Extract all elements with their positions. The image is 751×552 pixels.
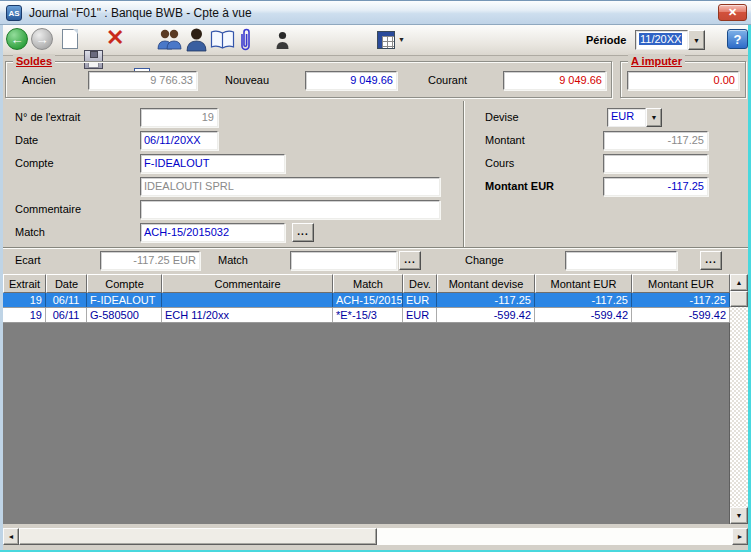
table-header: Extrait Date Compte Commentaire Match De… (3, 274, 730, 293)
person-small-icon (275, 31, 290, 50)
column-header-dev[interactable]: Dev. (403, 274, 437, 293)
cours-field[interactable] (603, 154, 708, 173)
courant-field: 9 049.66 (503, 71, 606, 90)
column-header-compte[interactable]: Compte (87, 274, 162, 293)
window-title: Journal "F01" : Banque BWB - Cpte à vue (29, 6, 252, 20)
a-imputer-title: A imputer (628, 54, 685, 68)
delete-x-icon: ✕ (106, 25, 124, 50)
cell-dev: EUR (403, 308, 437, 322)
delete-button[interactable]: ✕ (106, 27, 124, 49)
new-document-button[interactable] (62, 29, 78, 49)
column-header-commentaire[interactable]: Commentaire (162, 274, 333, 293)
cell-compte: G-580500 (87, 308, 162, 322)
scroll-down-button[interactable]: ▼ (730, 507, 748, 524)
compte-field[interactable]: F-IDEALOUT (140, 154, 285, 173)
ledger-grid-dropdown[interactable]: ▼ (398, 31, 405, 49)
ecart-match-field[interactable] (290, 251, 397, 270)
arrow-up-icon: ▲ (736, 279, 743, 286)
column-header-date[interactable]: Date (46, 274, 87, 293)
change-label: Change (465, 254, 504, 266)
match-browse-button[interactable]: ... (292, 223, 314, 242)
montant-eur-label: Montant EUR (485, 180, 554, 192)
clients-button[interactable] (156, 28, 183, 51)
ancien-field: 9 766.33 (88, 71, 197, 90)
match-field[interactable]: ACH-15/2015032 (140, 223, 285, 242)
chevron-down-icon: ▼ (651, 114, 658, 121)
montant-label: Montant (485, 134, 525, 146)
open-book-icon (210, 30, 235, 50)
match-label: Match (15, 226, 45, 238)
table-row-selected[interactable]: 19 06/11 F-IDEALOUT ACH-15/2015032 EUR -… (3, 293, 730, 308)
devise-label: Devise (485, 111, 519, 123)
back-button[interactable]: ← (6, 28, 28, 50)
ellipsis-icon: ... (705, 255, 716, 265)
nouveau-field[interactable]: 9 049.66 (305, 71, 397, 90)
change-browse-button[interactable]: ... (700, 251, 722, 270)
arrow-left-icon: ◄ (8, 533, 15, 540)
table-empty-area (3, 323, 730, 524)
contact-button[interactable] (275, 31, 290, 50)
cell-montant-eur: -599.42 (535, 308, 632, 322)
compte-label: Compte (15, 157, 54, 169)
table-horizontal-scrollbar[interactable]: ◄ ► (3, 528, 748, 545)
devise-value[interactable]: EUR (607, 108, 646, 127)
ellipsis-icon: ... (297, 227, 308, 237)
montant-field: -117.25 (603, 131, 708, 150)
help-button[interactable]: ? (727, 29, 748, 49)
scroll-right-button[interactable]: ► (732, 528, 748, 545)
scroll-up-button[interactable]: ▲ (730, 274, 748, 291)
cell-commentaire (162, 293, 333, 307)
form-vertical-separator (463, 101, 465, 247)
cell-montant-eur-2: -599.42 (632, 308, 730, 322)
arrow-down-icon: ▼ (736, 512, 743, 519)
table-row[interactable]: 19 06/11 G-580500 ECH 11/20xx *E*-15/3 E… (3, 308, 730, 323)
montant-eur-field[interactable]: -117.25 (603, 177, 708, 196)
chevron-down-icon: ▼ (693, 37, 700, 44)
devise-combobox[interactable]: EUR ▼ (607, 108, 662, 127)
cell-compte: F-IDEALOUT (87, 293, 162, 307)
ellipsis-icon: ... (404, 255, 415, 265)
two-people-icon (156, 28, 183, 51)
attachment-button[interactable] (238, 27, 252, 53)
period-value[interactable]: 11/20XX (635, 30, 688, 50)
soldes-title: Soldes (13, 54, 55, 68)
journal-button[interactable] (210, 30, 235, 50)
supplier-button[interactable] (185, 27, 208, 52)
paperclip-icon (238, 27, 252, 53)
column-header-montant-devise[interactable]: Montant devise (437, 274, 535, 293)
change-field[interactable] (565, 251, 677, 270)
date-field[interactable]: 06/11/20XX (140, 131, 218, 150)
date-label: Date (15, 134, 38, 146)
back-arrow-icon: ← (11, 32, 24, 47)
column-header-montant-eur[interactable]: Montant EUR (535, 274, 632, 293)
period-combobox[interactable]: 11/20XX ▼ (635, 30, 705, 50)
window-border-left (0, 25, 3, 552)
column-header-extrait[interactable]: Extrait (3, 274, 46, 293)
ecart-match-browse-button[interactable]: ... (399, 251, 421, 270)
commentaire-field[interactable] (140, 200, 440, 219)
scroll-left-button[interactable]: ◄ (3, 528, 19, 545)
table-vertical-scrollbar[interactable]: ▲ ▼ (730, 274, 748, 524)
help-question-icon: ? (734, 32, 742, 47)
forward-button[interactable]: → (31, 28, 53, 50)
column-header-match[interactable]: Match (333, 274, 403, 293)
vertical-scroll-thumb[interactable] (730, 291, 748, 307)
horizontal-scroll-thumb[interactable] (19, 528, 377, 545)
cell-extrait: 19 (3, 308, 46, 322)
close-button[interactable]: ✕ (718, 4, 747, 21)
cell-dev: EUR (403, 293, 437, 307)
nouveau-label: Nouveau (225, 74, 269, 86)
floppy-shutter-icon (90, 51, 98, 58)
person-icon (185, 27, 208, 52)
period-label: Période (586, 34, 626, 46)
ledger-grid-button[interactable] (377, 31, 395, 49)
devise-dropdown-button[interactable]: ▼ (646, 108, 662, 127)
cell-montant-devise: -599.42 (437, 308, 535, 322)
app-icon: AS (6, 5, 22, 21)
form-bottom-separator (0, 247, 751, 249)
period-dropdown-button[interactable]: ▼ (688, 30, 705, 50)
cell-montant-eur-2: -117.25 (632, 293, 730, 307)
column-header-montant-eur-2[interactable]: Montant EUR (632, 274, 730, 293)
courant-label: Courant (428, 74, 467, 86)
extrait-label: N° de l'extrait (15, 111, 80, 123)
